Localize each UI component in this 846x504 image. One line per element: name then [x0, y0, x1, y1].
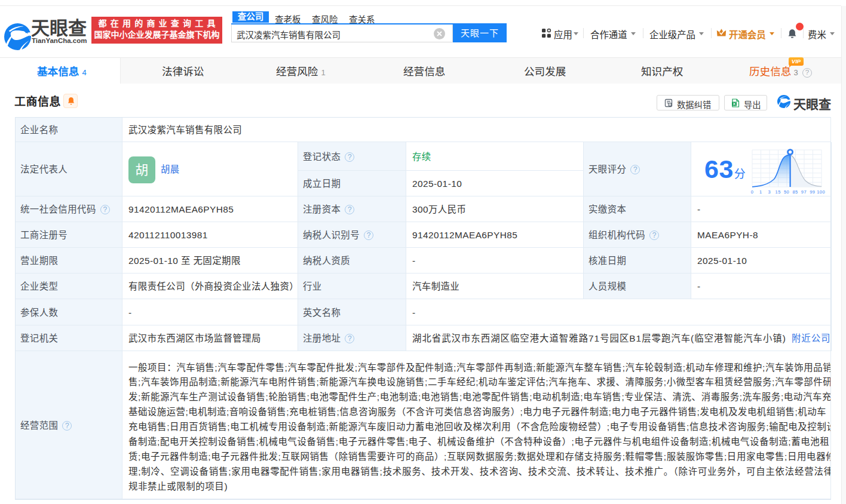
svg-text:0: 0: [751, 189, 754, 195]
svg-text:97: 97: [801, 189, 807, 195]
svg-text:99: 99: [810, 189, 815, 195]
svg-text:1: 1: [759, 189, 762, 195]
svg-text:50: 50: [784, 189, 789, 195]
svg-text:85: 85: [792, 189, 798, 195]
svg-text:100: 100: [817, 189, 825, 195]
svg-text:3: 3: [768, 189, 771, 195]
svg-text:15: 15: [776, 189, 781, 195]
